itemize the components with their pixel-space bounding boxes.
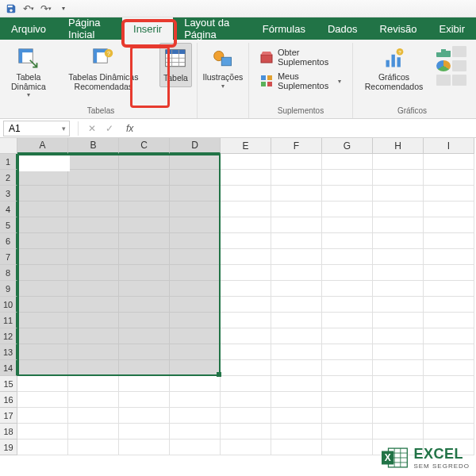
more-charts-icon[interactable] (452, 75, 466, 86)
cell[interactable] (271, 424, 322, 440)
cell[interactable] (17, 408, 68, 424)
cell[interactable] (373, 233, 424, 249)
cell[interactable] (221, 440, 271, 455)
cell[interactable] (68, 202, 119, 217)
cell[interactable] (170, 328, 221, 344)
tab-pagina-inicial[interactable]: Página Inicial (57, 17, 122, 40)
cell[interactable] (322, 392, 373, 408)
row-header[interactable]: 18 (0, 424, 17, 440)
cell[interactable] (424, 360, 474, 376)
cell[interactable] (424, 233, 474, 249)
cell[interactable] (119, 265, 170, 281)
cancel-icon[interactable]: ✕ (83, 123, 101, 134)
name-box[interactable]: A1 ▾ (3, 121, 70, 136)
cell[interactable] (119, 233, 170, 249)
cell[interactable] (373, 154, 424, 170)
cell[interactable] (322, 344, 373, 360)
pie-chart-icon[interactable] (436, 60, 451, 71)
chart-type-gallery[interactable] (433, 43, 466, 87)
row-header[interactable]: 19 (0, 440, 17, 455)
cell[interactable] (373, 328, 424, 344)
cell[interactable] (170, 217, 221, 233)
fx-label[interactable]: fx (118, 123, 133, 134)
cell[interactable] (17, 328, 68, 344)
cell[interactable] (271, 376, 322, 392)
obter-suplementos-button[interactable]: Obter Suplementos (257, 46, 344, 68)
tab-arquivo[interactable]: Arquivo (0, 17, 57, 40)
cell[interactable] (271, 202, 322, 217)
row-header[interactable]: 2 (0, 170, 17, 186)
cell[interactable] (170, 392, 221, 408)
cell[interactable] (221, 376, 271, 392)
column-header[interactable]: I (424, 138, 474, 154)
cell[interactable] (424, 424, 474, 440)
tabela-dinamica-button[interactable]: Tabela Dinâmica ▾ (10, 43, 48, 102)
cell[interactable] (271, 408, 322, 424)
redo-icon[interactable]: ↷▾ (40, 2, 52, 15)
cell[interactable] (373, 170, 424, 186)
cell[interactable] (424, 186, 474, 202)
cell[interactable] (17, 249, 68, 265)
cell[interactable] (271, 440, 322, 455)
cell[interactable] (424, 297, 474, 313)
tab-exibir[interactable]: Exibir (428, 17, 476, 40)
column-header[interactable]: H (373, 138, 424, 154)
cell[interactable] (17, 344, 68, 360)
cell[interactable] (373, 392, 424, 408)
row-header[interactable]: 6 (0, 233, 17, 249)
line-chart-icon[interactable] (452, 46, 466, 57)
cell[interactable] (221, 328, 271, 344)
cell[interactable] (424, 154, 474, 170)
cell[interactable] (170, 344, 221, 360)
cell[interactable] (17, 281, 68, 297)
row-header[interactable]: 13 (0, 344, 17, 360)
column-header[interactable]: E (221, 138, 271, 154)
cell[interactable] (373, 360, 424, 376)
cell[interactable] (271, 154, 322, 170)
cell[interactable] (68, 265, 119, 281)
cell[interactable] (119, 440, 170, 455)
cell[interactable] (170, 360, 221, 376)
cell[interactable] (68, 313, 119, 328)
scatter-chart-icon[interactable] (436, 75, 451, 86)
cell[interactable] (373, 313, 424, 328)
cell[interactable] (322, 313, 373, 328)
cell[interactable] (68, 233, 119, 249)
cell[interactable] (373, 408, 424, 424)
cell[interactable] (373, 249, 424, 265)
cell[interactable] (119, 186, 170, 202)
cell[interactable] (424, 265, 474, 281)
cell[interactable] (271, 392, 322, 408)
cell[interactable] (221, 186, 271, 202)
save-icon[interactable] (5, 2, 17, 15)
cell[interactable] (119, 170, 170, 186)
cell[interactable] (271, 249, 322, 265)
cell[interactable] (68, 424, 119, 440)
cell[interactable] (424, 202, 474, 217)
cell[interactable] (17, 376, 68, 392)
column-header[interactable]: A (17, 138, 68, 154)
cell[interactable] (17, 154, 68, 170)
cell[interactable] (373, 376, 424, 392)
cell[interactable] (221, 392, 271, 408)
cell[interactable] (170, 154, 221, 170)
cell[interactable] (271, 186, 322, 202)
column-header[interactable]: C (119, 138, 170, 154)
cell[interactable] (424, 376, 474, 392)
cell[interactable] (17, 424, 68, 440)
cell[interactable] (271, 265, 322, 281)
cell[interactable] (119, 328, 170, 344)
cell[interactable] (170, 297, 221, 313)
cell[interactable] (424, 217, 474, 233)
cell[interactable] (170, 408, 221, 424)
cell[interactable] (68, 186, 119, 202)
cell[interactable] (424, 344, 474, 360)
cell[interactable] (373, 202, 424, 217)
cell[interactable] (119, 249, 170, 265)
cell[interactable] (322, 154, 373, 170)
cell[interactable] (322, 360, 373, 376)
cell[interactable] (119, 297, 170, 313)
cell[interactable] (17, 313, 68, 328)
cell[interactable] (221, 202, 271, 217)
tab-formulas[interactable]: Fórmulas (251, 17, 317, 40)
